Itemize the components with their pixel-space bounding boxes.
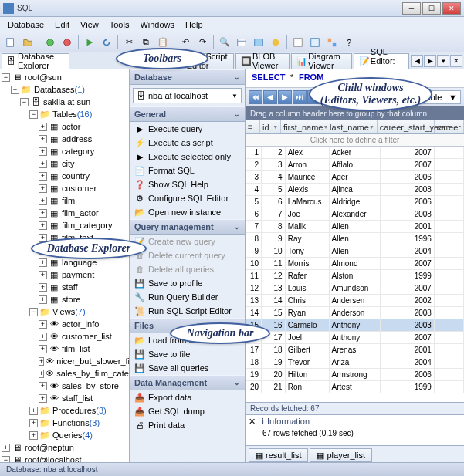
result-tab-player-list[interactable]: ▦player_list xyxy=(310,448,372,462)
toolbar-search-icon[interactable]: 🔍 xyxy=(217,35,232,50)
tab-diagram-viewer[interactable]: 📊Diagram Viewer xyxy=(291,53,352,69)
toolbar-diagram-icon[interactable] xyxy=(324,35,340,50)
toolbar-redo-icon[interactable]: ↷ xyxy=(195,35,210,50)
tree-view[interactable]: +👁customer_list xyxy=(2,330,127,343)
grid-next[interactable]: ▶ xyxy=(278,90,292,104)
expander-icon[interactable]: + xyxy=(39,382,47,390)
toolbar-copy-icon[interactable]: ⧉ xyxy=(138,35,154,50)
expander-icon[interactable]: + xyxy=(39,320,47,329)
tree-table-film[interactable]: +▦film xyxy=(2,194,127,207)
tab-nav-list[interactable]: ▾ xyxy=(437,55,449,67)
col-id[interactable]: id▼ xyxy=(260,120,281,133)
expander-icon[interactable]: + xyxy=(39,357,44,366)
tree-table-customer[interactable]: +▦customer xyxy=(2,182,127,194)
table-row[interactable]: 34MauriceAger2006 xyxy=(246,171,464,184)
grid-first[interactable]: ⏮ xyxy=(249,90,262,104)
toolbar-proc-icon[interactable] xyxy=(268,35,283,50)
col-last-name[interactable]: last_name▼ xyxy=(327,120,378,133)
toolbar-cut-icon[interactable]: ✂ xyxy=(121,35,137,50)
expander-icon[interactable]: + xyxy=(39,271,47,279)
menu-windows[interactable]: Windows xyxy=(135,19,179,31)
toolbar-connect-icon[interactable] xyxy=(42,35,58,50)
expander-icon[interactable]: + xyxy=(39,123,47,131)
tab-database-explorer[interactable]: 🗄 Database Explorer xyxy=(2,53,69,69)
tree-table-inventory[interactable]: +▦inventory xyxy=(2,244,127,256)
info-close[interactable]: ✕ xyxy=(246,415,258,445)
tree-table-actor[interactable]: +▦actor xyxy=(2,120,127,133)
tree-view[interactable]: +👁sales_by_film_category xyxy=(2,367,127,380)
expander-icon[interactable]: + xyxy=(29,407,38,415)
expander-icon[interactable]: − xyxy=(20,98,29,106)
table-row[interactable]: 1112RaferAlston1999 xyxy=(246,270,464,282)
expander-icon[interactable]: − xyxy=(29,110,38,119)
expander-icon[interactable]: − xyxy=(11,86,19,94)
expander-icon[interactable]: + xyxy=(39,147,47,156)
action-open-new-instance[interactable]: 📂Open new instance xyxy=(130,205,245,219)
expander-icon[interactable]: + xyxy=(2,444,10,452)
section-query-management[interactable]: Query management⌄ xyxy=(130,219,245,235)
tree-table-store[interactable]: +▦store xyxy=(2,293,127,306)
grid-bookmark[interactable]: ★ xyxy=(395,90,409,104)
toolbar-help-icon[interactable]: ? xyxy=(341,35,357,50)
expander-icon[interactable]: + xyxy=(39,370,44,378)
menu-tools[interactable]: Tools xyxy=(105,19,134,31)
expander-icon[interactable]: + xyxy=(39,135,47,143)
toolbar-new-icon[interactable] xyxy=(3,35,19,50)
expander-icon[interactable]: + xyxy=(39,197,47,205)
tree-queries[interactable]: +📁Queries (4) xyxy=(2,429,127,441)
col-rownum[interactable]: ≡ xyxy=(246,120,260,133)
maximize-button[interactable]: ☐ xyxy=(422,2,441,15)
tab-sql-editor[interactable]: 📝SQL Editor: ... xyxy=(354,53,409,69)
tree-databases[interactable]: −📁Databases (1) xyxy=(2,83,127,96)
group-by-bar[interactable]: Drag a column header here to group by th… xyxy=(246,106,464,120)
expander-icon[interactable]: − xyxy=(2,73,10,82)
tree-host[interactable]: −🖥root@sun xyxy=(2,71,127,83)
section-files[interactable]: Files⌄ xyxy=(130,318,245,333)
toolbar-sql-icon[interactable] xyxy=(290,35,306,50)
view-selector[interactable]: Table▼ xyxy=(418,90,461,104)
tree-table-film_actor[interactable]: +▦film_actor xyxy=(2,207,127,219)
table-row[interactable]: 1011MorrisAlmond2007 xyxy=(246,258,464,270)
col-career[interactable]: career xyxy=(435,120,464,133)
expander-icon[interactable]: − xyxy=(29,308,38,316)
tree-table-city[interactable]: +▦city xyxy=(2,157,127,170)
expander-icon[interactable]: + xyxy=(29,419,38,427)
table-row[interactable]: 89RayAllen1996 xyxy=(246,233,464,245)
menu-help[interactable]: Help xyxy=(181,19,208,31)
tree-host[interactable]: −🖥root@localhost xyxy=(2,454,127,462)
table-row[interactable]: 1617JoelAnthony2007 xyxy=(246,332,464,344)
tree-view[interactable]: +👁film_list xyxy=(2,343,127,355)
action-save-all-queries[interactable]: 💾Save all queries xyxy=(130,361,245,375)
tree-table-film_text[interactable]: +▦film_text xyxy=(2,231,127,244)
action-create-new-query[interactable]: 📝Create new query xyxy=(130,235,245,248)
expander-icon[interactable]: + xyxy=(39,283,47,292)
action-get-sql-dump[interactable]: 📥Get SQL dump xyxy=(130,404,245,418)
action-load-from-file[interactable]: 📂Load from file xyxy=(130,333,245,347)
action-execute-as-script[interactable]: ⚡Execute as script xyxy=(130,136,245,150)
table-row[interactable]: 67JoeAlexander2008 xyxy=(246,208,464,221)
tab-nav-prev[interactable]: ◀ xyxy=(411,55,423,67)
toolbar-view-icon[interactable] xyxy=(251,35,266,50)
minimize-button[interactable]: ─ xyxy=(402,2,421,15)
grid-cancel[interactable]: ✕ xyxy=(366,90,380,104)
section-data-management[interactable]: Data Management⌄ xyxy=(130,375,245,390)
expander-icon[interactable]: + xyxy=(39,333,47,341)
database-explorer[interactable]: −🖥root@sun−📁Databases (1)−🗄sakila at sun… xyxy=(0,69,130,462)
col-career-start[interactable]: career_start_year▼ xyxy=(378,120,435,133)
action-configure-sql-editor[interactable]: ⚙Configure SQL Editor xyxy=(130,191,245,205)
grid-add[interactable]: + xyxy=(307,90,321,104)
tree-table-film_category[interactable]: +▦film_category xyxy=(2,219,127,231)
section-general[interactable]: General⌄ xyxy=(130,106,245,122)
tab-close[interactable]: ✕ xyxy=(450,55,462,67)
table-row[interactable]: 56LaMarcusAldridge2006 xyxy=(246,196,464,208)
expander-icon[interactable]: + xyxy=(29,431,38,440)
table-row[interactable]: 1718GilbertArenas2001 xyxy=(246,344,464,356)
grid-body[interactable]: 12AlexAcker200723ArronAfflalo200734Mauri… xyxy=(246,147,464,402)
tree-host[interactable]: +🖥root@neptun xyxy=(2,441,127,454)
tree-table-country[interactable]: +▦country xyxy=(2,170,127,182)
tree-procedures[interactable]: +📁Procedures (3) xyxy=(2,404,127,417)
menu-database[interactable]: Database xyxy=(3,19,49,31)
toolbar-open-icon[interactable] xyxy=(20,35,36,50)
database-selector[interactable]: 🗄 nba at localhost ▼ xyxy=(133,88,242,103)
action-print-data[interactable]: 🖨Print data xyxy=(130,418,245,432)
